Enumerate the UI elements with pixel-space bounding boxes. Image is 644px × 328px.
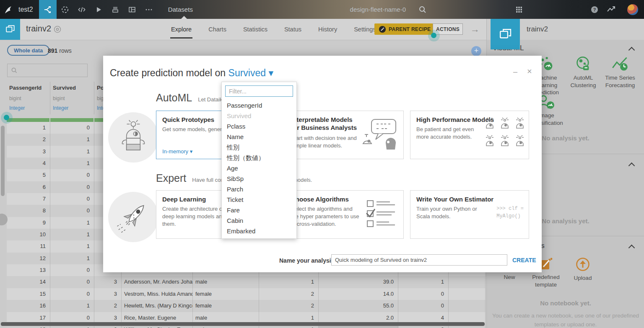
table-cell[interactable]: 1 xyxy=(398,276,449,288)
table-row[interactable]: 1403Andersson, Mr. Anders Johanmale139.0… xyxy=(7,276,486,288)
dropdown-item[interactable]: Cabin xyxy=(222,215,296,226)
table-cell[interactable] xyxy=(449,300,486,312)
more-nav-button[interactable] xyxy=(140,0,157,19)
jobs-nav-button[interactable] xyxy=(90,0,107,19)
table-cell[interactable]: 7 xyxy=(7,193,50,205)
sample-selector[interactable]: Whole data xyxy=(7,45,49,56)
dropdown-filter-input[interactable] xyxy=(225,85,293,97)
table-cell[interactable]: 0 xyxy=(50,193,94,205)
table-cell[interactable]: 1 xyxy=(259,276,319,288)
card-choose-algorithms[interactable]: Choose Algorithms Select the algorithms … xyxy=(285,190,404,239)
help-button[interactable]: ? xyxy=(586,0,603,19)
panel-dataset-icon[interactable] xyxy=(491,19,520,49)
table-cell[interactable]: 1 xyxy=(50,253,94,264)
table-row[interactable]: 1612Hewlett, Mrs. (Mary D Kingcome)femal… xyxy=(7,300,486,312)
create-button[interactable]: CREATE xyxy=(512,257,536,263)
dropdown-item[interactable]: Age xyxy=(222,163,296,173)
horizontal-scrollbar[interactable] xyxy=(1,322,485,326)
lab-item-timeseries[interactable]: Time Series Forecasting xyxy=(601,56,639,89)
table-cell[interactable]: 1 xyxy=(50,146,94,158)
table-cell[interactable]: 2 xyxy=(259,288,319,300)
dropdown-item[interactable]: Name xyxy=(222,132,296,142)
dataset-type-icon[interactable] xyxy=(0,19,20,40)
dropdown-item[interactable]: Pclass xyxy=(222,121,296,132)
column-header[interactable]: Survived xyxy=(50,82,94,94)
minimize-modal-button[interactable]: – xyxy=(513,67,517,76)
table-cell[interactable]: 1 xyxy=(50,240,94,252)
apps-grid-button[interactable] xyxy=(511,0,527,19)
target-column-selector[interactable]: Survived ▾ xyxy=(229,67,273,78)
table-cell[interactable]: 0 xyxy=(50,169,94,181)
dropdown-item[interactable]: 性別（数値） xyxy=(222,152,296,163)
tab-status[interactable]: Status xyxy=(283,20,302,39)
table-cell[interactable]: 13 xyxy=(7,264,50,276)
column-meaning[interactable]: Integer xyxy=(50,104,94,114)
dropdown-item[interactable]: Fare xyxy=(222,205,296,215)
table-cell[interactable]: 0 xyxy=(50,205,94,217)
table-cell[interactable]: 0 xyxy=(398,288,449,300)
table-cell[interactable]: 0 xyxy=(50,181,94,193)
vertical-scrollbar[interactable] xyxy=(1,126,5,196)
tab-statistics[interactable]: Statistics xyxy=(242,20,268,39)
dropdown-item[interactable]: Parch xyxy=(222,184,296,194)
table-cell[interactable]: 16 xyxy=(7,300,50,312)
collapse-analyses[interactable] xyxy=(629,162,634,170)
dataset-info-icon[interactable] xyxy=(54,26,61,33)
dropdown-item[interactable]: Ticket xyxy=(222,194,296,205)
table-cell[interactable]: 2 xyxy=(7,134,50,145)
table-cell[interactable]: 1 xyxy=(50,158,94,169)
table-cell[interactable]: 55.0 xyxy=(319,300,398,312)
tab-history[interactable]: History xyxy=(317,20,338,39)
table-cell[interactable]: Andersson, Mr. Anders Johan xyxy=(122,276,193,288)
table-cell[interactable]: 0 xyxy=(50,122,94,134)
tab-explore[interactable]: Explore xyxy=(170,20,192,39)
table-cell[interactable]: 14.0 xyxy=(319,288,398,300)
table-cell[interactable]: male xyxy=(193,276,259,288)
table-cell[interactable]: 11 xyxy=(7,240,50,252)
code-nav-button[interactable] xyxy=(73,0,90,19)
project-name[interactable]: test2 xyxy=(17,0,39,19)
activity-button[interactable] xyxy=(603,0,620,19)
table-cell[interactable]: 3 xyxy=(94,276,122,288)
card-high-performance[interactable]: High Performance Models Be patient and g… xyxy=(410,111,529,159)
parent-recipe-button[interactable]: PARENT RECIPE xyxy=(374,23,435,35)
table-cell[interactable]: 1 xyxy=(50,217,94,229)
lab-item-automl-clustering[interactable]: AutoML Clustering xyxy=(564,56,602,89)
table-cell[interactable]: 2 xyxy=(94,300,122,312)
table-cell[interactable]: 4 xyxy=(7,158,50,169)
dropdown-item[interactable]: 性別 xyxy=(222,142,296,152)
stack-nav-button[interactable] xyxy=(107,0,124,19)
table-cell[interactable]: 2 xyxy=(259,300,319,312)
table-cell[interactable]: 15 xyxy=(7,288,50,300)
table-cell[interactable]: 0 xyxy=(398,300,449,312)
table-cell[interactable] xyxy=(449,276,486,288)
column-header[interactable]: PassengerId xyxy=(7,82,50,94)
analysis-name-input[interactable] xyxy=(331,254,507,266)
table-cell[interactable]: 0 xyxy=(50,264,94,276)
current-page-label[interactable]: Datasets xyxy=(168,0,193,19)
user-avatar[interactable] xyxy=(627,4,638,15)
table-cell[interactable]: Hewlett, Mrs. (Mary D Kingcome) xyxy=(122,300,193,312)
card-write-estimator[interactable]: Write Your Own Estimator Train your own … xyxy=(410,190,529,239)
column-meaning[interactable]: Integer xyxy=(7,104,50,114)
dropdown-item[interactable]: PassengerId xyxy=(222,100,296,111)
collapse-panel-arrow[interactable]: → xyxy=(470,24,480,35)
table-cell[interactable]: 1 xyxy=(50,134,94,145)
flow-nav-button[interactable] xyxy=(39,0,57,19)
table-cell[interactable]: 6 xyxy=(7,181,50,193)
table-cell[interactable]: 1 xyxy=(50,300,94,312)
engine-selector[interactable]: In-memory ▾ xyxy=(162,148,192,155)
table-cell[interactable] xyxy=(449,288,486,300)
table-cell[interactable]: 12 xyxy=(7,253,50,264)
table-cell[interactable]: 1 xyxy=(50,229,94,240)
upload-notebook-button[interactable]: Upload xyxy=(567,257,599,282)
global-search-button[interactable] xyxy=(414,0,431,19)
table-row[interactable]: 1503Vestrom, Miss. Hulda Amanda Adolfina… xyxy=(7,288,486,300)
collapse-visual-ml[interactable] xyxy=(629,46,634,54)
dropdown-item[interactable]: Embarked xyxy=(222,226,296,236)
table-cell[interactable]: 39.0 xyxy=(319,276,398,288)
table-cell[interactable]: female xyxy=(193,288,259,300)
table-search-input[interactable] xyxy=(7,64,88,77)
dashboard-nav-button[interactable] xyxy=(124,0,140,19)
lab-nav-button[interactable] xyxy=(57,0,73,19)
